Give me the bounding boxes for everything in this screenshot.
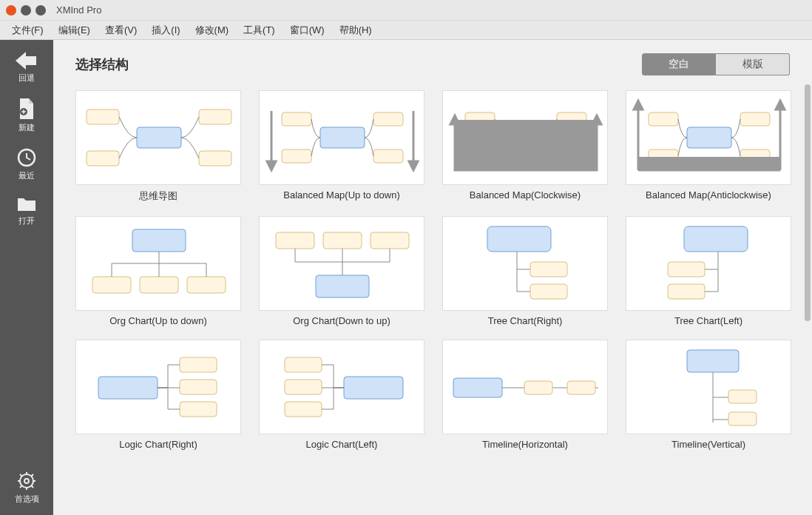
svg-rect-33: [687, 127, 731, 148]
content-header: 选择结构 空白 模版: [75, 53, 790, 75]
gear-icon: [17, 471, 36, 491]
menu-tools[interactable]: 工具(T): [236, 21, 282, 39]
scrollbar[interactable]: [805, 84, 811, 351]
minimize-icon[interactable]: [21, 5, 31, 16]
sidebar-recent-label: 最近: [18, 170, 35, 181]
menu-help[interactable]: 帮助(H): [332, 21, 379, 39]
svg-rect-64: [684, 226, 748, 252]
menu-insert[interactable]: 插入(I): [144, 21, 187, 39]
sidebar-new-label: 新建: [18, 122, 35, 133]
sidebar-open[interactable]: 打开: [0, 193, 53, 229]
sidebar: 回退 新建 最近 打开: [0, 40, 53, 515]
svg-rect-73: [180, 402, 217, 417]
template-thumb: [75, 216, 241, 311]
template-thumb: [259, 216, 424, 311]
template-timeline-h[interactable]: Timeline(Horizontal): [442, 340, 608, 450]
menu-file[interactable]: 文件(F): [4, 21, 51, 39]
svg-rect-17: [320, 127, 365, 148]
sidebar-back[interactable]: 回退: [0, 49, 53, 87]
menu-bar: 文件(F) 编辑(E) 查看(V) 插入(I) 修改(M) 工具(T) 窗口(W…: [0, 21, 812, 40]
clock-icon: [17, 148, 36, 167]
template-logic-left[interactable]: Logic Chart(Left): [259, 340, 424, 450]
template-label: Logic Chart(Right): [119, 439, 197, 450]
template-label: Logic Chart(Left): [306, 439, 378, 450]
svg-rect-75: [285, 357, 322, 372]
template-org-down[interactable]: Org Chart(Up to down): [75, 216, 241, 326]
svg-rect-65: [668, 262, 705, 277]
template-label: Org Chart(Up to down): [109, 315, 207, 326]
template-balanced-clockwise[interactable]: Balanced Map(Clockwise): [442, 90, 608, 203]
svg-marker-32: [592, 115, 601, 124]
page-heading: 选择结构: [75, 55, 129, 73]
svg-rect-85: [728, 390, 757, 403]
sidebar-preferences[interactable]: 首选项: [0, 468, 53, 508]
app-title: XMInd Pro: [56, 4, 101, 16]
template-thumb: [259, 340, 424, 434]
menu-modify[interactable]: 修改(M): [188, 21, 237, 39]
toggle-template[interactable]: 模版: [716, 53, 790, 75]
template-balanced-down[interactable]: Balanced Map(Up to down): [259, 90, 424, 203]
template-tree-right[interactable]: Tree Chart(Right): [442, 216, 608, 326]
view-toggle: 空白 模版: [642, 53, 790, 75]
svg-rect-72: [180, 380, 217, 394]
sidebar-prefs-label: 首选项: [15, 494, 39, 505]
svg-rect-49: [316, 275, 369, 297]
svg-rect-70: [98, 377, 158, 399]
svg-rect-80: [524, 381, 552, 394]
template-thumb: [442, 216, 608, 311]
svg-rect-59: [530, 262, 567, 277]
template-thumb: [626, 340, 791, 434]
svg-rect-15: [199, 110, 231, 124]
maximize-icon[interactable]: [35, 5, 46, 16]
template-org-up[interactable]: Org Chart(Down to up): [259, 216, 424, 326]
scrollbar-thumb[interactable]: [805, 84, 811, 321]
template-label: Balanced Map(Up to down): [283, 189, 400, 201]
svg-rect-87: [728, 412, 757, 425]
svg-rect-41: [92, 277, 131, 293]
template-grid: 思维导图: [75, 90, 790, 450]
sidebar-new[interactable]: 新建: [0, 95, 53, 136]
svg-rect-82: [687, 350, 739, 372]
svg-rect-77: [285, 402, 322, 417]
template-thumb: [442, 90, 608, 185]
template-label: Timeline(Vertical): [671, 439, 745, 450]
sidebar-open-label: 打开: [18, 215, 35, 226]
svg-rect-51: [323, 232, 362, 249]
menu-view[interactable]: 查看(V): [98, 21, 144, 39]
close-icon[interactable]: [6, 5, 16, 16]
svg-rect-12: [137, 127, 181, 148]
svg-line-10: [31, 474, 33, 477]
svg-marker-23: [267, 161, 276, 170]
arrow-left-icon: [14, 52, 39, 70]
svg-rect-60: [530, 284, 567, 299]
svg-rect-14: [87, 151, 119, 166]
svg-rect-19: [282, 149, 311, 163]
template-label: 思维导图: [139, 189, 177, 203]
template-label: Tree Chart(Left): [674, 315, 742, 326]
template-label: Timeline(Horizontal): [482, 439, 568, 450]
svg-rect-66: [668, 284, 705, 299]
svg-marker-39: [776, 101, 785, 110]
sidebar-recent[interactable]: 最近: [0, 145, 53, 184]
svg-point-3: [24, 479, 29, 483]
template-thumb: [626, 216, 791, 311]
svg-rect-34: [649, 112, 678, 126]
template-balanced-anticw[interactable]: Balanced Map(Anticlockwise): [626, 90, 791, 203]
content-area: 选择结构 空白 模版: [53, 40, 812, 515]
svg-rect-36: [740, 112, 770, 126]
template-mindmap[interactable]: 思维导图: [75, 90, 241, 203]
template-tree-left[interactable]: Tree Chart(Left): [626, 216, 791, 326]
svg-marker-31: [450, 115, 459, 124]
sidebar-back-label: 回退: [18, 73, 35, 84]
title-bar: XMInd Pro: [0, 0, 812, 21]
menu-edit[interactable]: 编辑(E): [51, 21, 98, 39]
template-timeline-v[interactable]: Timeline(Vertical): [626, 340, 791, 450]
menu-window[interactable]: 窗口(W): [282, 21, 332, 39]
svg-rect-71: [180, 357, 217, 372]
template-logic-right[interactable]: Logic Chart(Right): [75, 340, 241, 450]
svg-rect-76: [285, 380, 322, 394]
template-label: Balanced Map(Clockwise): [470, 189, 581, 201]
svg-marker-25: [409, 161, 418, 170]
window-controls: [6, 5, 46, 16]
toggle-blank[interactable]: 空白: [642, 53, 716, 75]
